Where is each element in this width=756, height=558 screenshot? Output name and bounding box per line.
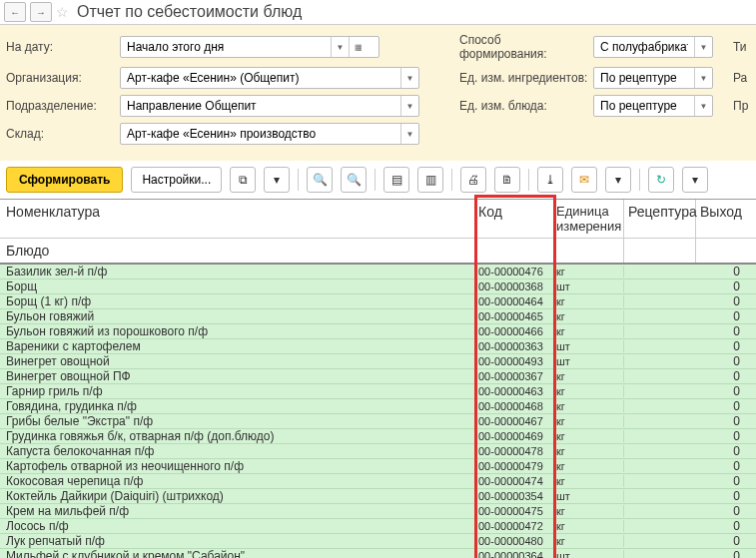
table-row[interactable]: Грудинка говяжья б/к, отварная п/ф (доп.… [0, 429, 756, 444]
dropdown-icon[interactable]: ▼ [400, 124, 418, 144]
cell-unit: кг [554, 266, 624, 278]
cell-name: Базилик зел-й п/ф [0, 265, 476, 279]
cell-name: Винегрет овощной [0, 354, 476, 368]
grid-header: Номенклатура Код Единица измерения Рецеп… [0, 200, 756, 239]
cell-code: 00-00000475 [476, 505, 554, 517]
label-dept: Подразделение: [6, 99, 116, 113]
cell-unit: кг [554, 520, 624, 532]
table-row[interactable]: Говядина, грудинка п/ф00-00000468кг0 [0, 399, 756, 414]
date-input[interactable] [121, 38, 331, 56]
table-row[interactable]: Кокосовая черепица п/ф00-00000474кг0 [0, 474, 756, 489]
ing-unit-select[interactable] [594, 69, 694, 87]
separator [639, 169, 640, 191]
cell-code: 00-00000467 [476, 415, 554, 427]
table-row[interactable]: Мильфей с клубникой и кремом "Сабайон"00… [0, 549, 756, 558]
table-row[interactable]: Гарнир гриль п/ф00-00000463кг0 [0, 384, 756, 399]
table-row[interactable]: Картофель отварной из неочищенного п/ф00… [0, 459, 756, 474]
save-icon[interactable]: ⤓ [537, 167, 563, 193]
cell-output: 0 [696, 369, 746, 383]
cell-unit: кг [554, 295, 624, 307]
cell-unit: кг [554, 430, 624, 442]
refresh-icon[interactable]: ↻ [648, 167, 674, 193]
table-row[interactable]: Винегрет овощной00-00000493шт0 [0, 354, 756, 369]
col-nomenclature[interactable]: Номенклатура [0, 200, 476, 238]
dropdown-icon[interactable]: ▼ [331, 37, 349, 57]
label-dish-unit: Ед. изм. блюда: [459, 99, 589, 113]
cell-code: 00-00000472 [476, 520, 554, 532]
cell-unit: шт [554, 340, 624, 352]
calendar-icon[interactable]: ▦ [349, 37, 367, 57]
settings-button[interactable]: Настройки... [131, 167, 222, 193]
grid-subheader: Блюдо [0, 239, 756, 265]
cell-name: Бульон говяжий [0, 309, 476, 323]
cell-code: 00-00000364 [476, 550, 554, 558]
cell-output: 0 [696, 429, 746, 443]
cell-name: Гарнир гриль п/ф [0, 384, 476, 398]
dropdown-icon[interactable]: ▾ [682, 167, 708, 193]
dropdown-icon[interactable]: ▼ [400, 68, 418, 88]
star-icon[interactable]: ☆ [56, 4, 69, 20]
cell-unit: кг [554, 460, 624, 472]
cell-name: Винегрет овощной ПФ [0, 369, 476, 383]
cell-unit: шт [554, 550, 624, 558]
cell-unit: кг [554, 415, 624, 427]
col-dish[interactable]: Блюдо [0, 239, 476, 263]
table-row[interactable]: Борщ00-00000368шт0 [0, 279, 756, 294]
generate-button[interactable]: Сформировать [6, 167, 123, 193]
table-row[interactable]: Бульон говяжий из порошкового п/ф00-0000… [0, 324, 756, 339]
warehouse-input[interactable] [121, 125, 400, 143]
cell-output: 0 [696, 519, 746, 533]
cell-code: 00-00000367 [476, 370, 554, 382]
table-row[interactable]: Борщ (1 кг) п/ф00-00000464кг0 [0, 294, 756, 309]
cell-name: Лосось п/ф [0, 519, 476, 533]
table-row[interactable]: Капуста белокочанная п/ф00-00000478кг0 [0, 444, 756, 459]
edge-label: Ра [733, 71, 747, 85]
separator [298, 169, 299, 191]
table-row[interactable]: Винегрет овощной ПФ00-00000367кг0 [0, 369, 756, 384]
table-row[interactable]: Коктейль Дайкири (Daiquiri) (штрихкод)00… [0, 489, 756, 504]
table-row[interactable]: Крем на мильфей п/ф00-00000475кг0 [0, 504, 756, 519]
dropdown-icon[interactable]: ▼ [694, 96, 712, 116]
col-recipe[interactable]: Рецептура [624, 200, 696, 238]
dropdown-icon[interactable]: ▼ [400, 96, 418, 116]
cell-output: 0 [696, 339, 746, 353]
table-row[interactable]: Вареники с картофелем00-00000363шт0 [0, 339, 756, 354]
copy-icon[interactable]: ⧉ [230, 167, 256, 193]
table-row[interactable]: Грибы белые "Экстра" п/ф00-00000467кг0 [0, 414, 756, 429]
method-select[interactable] [594, 38, 694, 56]
col-unit[interactable]: Единица измерения [554, 200, 624, 238]
dish-unit-select[interactable] [594, 97, 694, 115]
cell-output: 0 [696, 489, 746, 503]
nav-forward-button[interactable]: → [30, 2, 52, 22]
org-input[interactable] [121, 69, 400, 87]
expand-icon[interactable]: ▤ [383, 167, 409, 193]
zoom-in-icon[interactable]: 🔍 [307, 167, 333, 193]
zoom-out-icon[interactable]: 🔍 [341, 167, 367, 193]
table-row[interactable]: Лосось п/ф00-00000472кг0 [0, 519, 756, 534]
mail-icon[interactable]: ✉ [571, 167, 597, 193]
table-row[interactable]: Лук репчатый п/ф00-00000480кг0 [0, 534, 756, 549]
cell-output: 0 [696, 399, 746, 413]
cell-unit: кг [554, 310, 624, 322]
collapse-icon[interactable]: ▥ [417, 167, 443, 193]
dropdown-icon[interactable]: ▾ [605, 167, 631, 193]
cell-output: 0 [696, 309, 746, 323]
cell-unit: шт [554, 355, 624, 367]
cell-code: 00-00000469 [476, 430, 554, 442]
dropdown-icon[interactable]: ▾ [264, 167, 290, 193]
cell-unit: кг [554, 400, 624, 412]
col-code[interactable]: Код [476, 200, 554, 238]
preview-icon[interactable]: 🗎 [494, 167, 520, 193]
col-output[interactable]: Выход [696, 200, 746, 238]
table-row[interactable]: Базилик зел-й п/ф00-00000476кг0 [0, 265, 756, 279]
dropdown-icon[interactable]: ▼ [694, 68, 712, 88]
cell-output: 0 [696, 504, 746, 518]
table-row[interactable]: Бульон говяжий00-00000465кг0 [0, 309, 756, 324]
cell-name: Крем на мильфей п/ф [0, 504, 476, 518]
cell-name: Борщ (1 кг) п/ф [0, 294, 476, 308]
dept-input[interactable] [121, 97, 400, 115]
cell-unit: кг [554, 475, 624, 487]
dropdown-icon[interactable]: ▼ [694, 37, 712, 57]
print-icon[interactable]: 🖨 [460, 167, 486, 193]
nav-back-button[interactable]: ← [4, 2, 26, 22]
